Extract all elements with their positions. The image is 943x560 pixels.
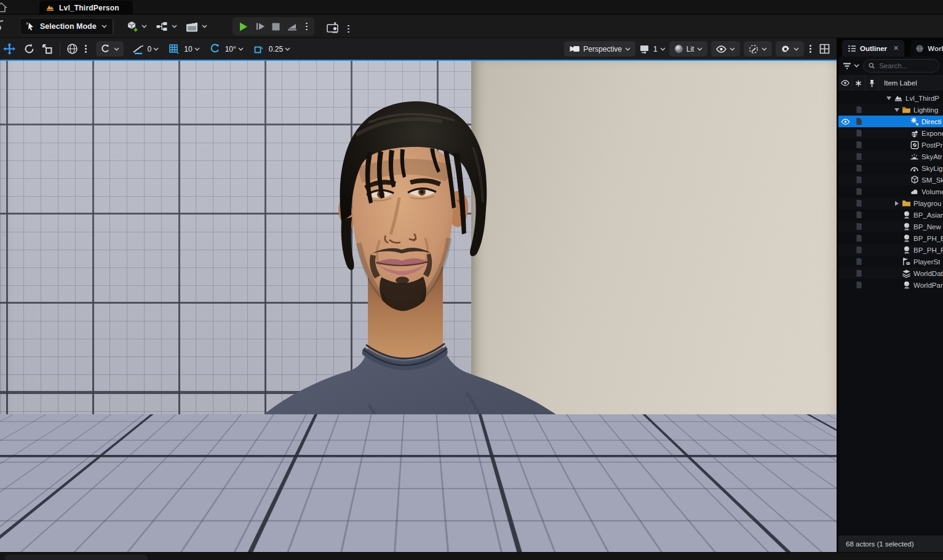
eye-icon — [716, 45, 726, 53]
platforms-button[interactable] — [324, 19, 343, 36]
perspective-label: Perspective — [583, 45, 622, 53]
outliner-row-label[interactable]: PlayerSt — [912, 258, 940, 266]
outliner-row-label[interactable]: BP_New — [912, 223, 941, 231]
main-toolbar: Selection Mode — [0, 15, 943, 38]
outliner-row-label[interactable]: PostPr — [920, 141, 943, 149]
search-input[interactable] — [878, 61, 934, 70]
viewport-column: 0 10 10° 0.25 Perspective — [0, 38, 837, 552]
filter-dropdown[interactable] — [842, 62, 859, 70]
gizmo-cycle-dropdown[interactable] — [96, 41, 124, 57]
outliner-row[interactable]: Lighting — [838, 104, 943, 116]
outliner-row[interactable]: PostPr — [838, 139, 943, 151]
scale-snap-icon[interactable] — [252, 42, 266, 57]
folder-closed-icon — [901, 199, 912, 207]
camera-icon — [569, 45, 580, 53]
pin-column-icon[interactable] — [865, 75, 879, 91]
blueprints-dropdown[interactable] — [153, 18, 180, 35]
play-button[interactable] — [237, 21, 249, 33]
rotation-snap-value[interactable]: 10° — [225, 45, 236, 53]
outliner-row-label[interactable]: BP_PH_B — [912, 235, 943, 242]
outliner-row-label[interactable]: Lighting — [912, 106, 938, 114]
outliner-row-label[interactable]: SkyLig — [920, 165, 943, 172]
scale-snap-value[interactable]: 0.25 — [269, 45, 283, 53]
perspective-dropdown[interactable]: Perspective — [564, 41, 635, 57]
selection-mode-dropdown[interactable]: Selection Mode — [20, 18, 114, 35]
outliner-row[interactable]: WorldPar — [838, 279, 943, 291]
outliner-row-label[interactable]: SkyAtr — [920, 153, 942, 160]
outliner-row-label[interactable]: BP_PH_F — [912, 246, 943, 254]
outliner-row-label[interactable]: SM_Sk — [920, 176, 943, 184]
view-mode-dropdown[interactable]: Lit — [669, 41, 708, 57]
search-box[interactable] — [863, 59, 939, 73]
outliner-row[interactable]: BP_Asian — [838, 209, 943, 221]
world-coordinate-button[interactable] — [65, 42, 79, 57]
eject-button[interactable] — [286, 21, 298, 32]
row-visibility-eye-icon[interactable] — [838, 119, 852, 125]
transform-kebab[interactable] — [83, 45, 89, 53]
outliner-row-label[interactable]: Lvl_ThirdP — [904, 95, 939, 102]
outliner-row[interactable]: Expone — [838, 127, 943, 139]
outliner-row-label[interactable]: Expone — [920, 130, 943, 137]
outliner-row-label[interactable]: WorldPar — [912, 282, 943, 289]
outliner-row[interactable]: SkyAtr — [838, 151, 943, 162]
outliner-row[interactable]: SkyLig — [838, 162, 943, 174]
tab-world-settings[interactable]: Worl — [910, 40, 943, 57]
play-options-kebab[interactable] — [304, 23, 309, 31]
toolbar-separator — [113, 20, 113, 33]
row-page-icon — [852, 164, 865, 172]
surface-snap-icon[interactable] — [131, 42, 146, 57]
camera-speed-icon — [639, 44, 651, 54]
row-page-icon — [852, 176, 865, 184]
preview-mode-dropdown[interactable] — [744, 41, 772, 57]
row-expander-arrow[interactable] — [893, 108, 901, 112]
cinematics-dropdown[interactable] — [183, 18, 210, 35]
item-label-header[interactable]: Item Label — [879, 79, 917, 87]
outliner-row[interactable]: PlayerSt — [838, 256, 943, 267]
frame-skip-button[interactable] — [255, 21, 266, 32]
outliner-row[interactable]: Directi — [838, 116, 943, 127]
stop-button[interactable] — [271, 22, 281, 31]
folder-open-icon — [901, 106, 912, 114]
outliner-row[interactable]: BP_New — [838, 221, 943, 232]
world-settings-tab-label: Worl — [928, 45, 943, 52]
camera-speed-dropdown[interactable]: 1 — [639, 44, 666, 54]
star-column-icon[interactable] — [852, 75, 865, 91]
rotate-tool-button[interactable] — [22, 42, 36, 57]
outliner-row-label[interactable]: Volume — [920, 188, 943, 195]
top-tab-bar: Lvl_ThirdPerson — [0, 0, 943, 15]
rotation-snap-icon[interactable] — [208, 42, 223, 57]
outliner-row-label[interactable]: Playgrou — [912, 200, 941, 207]
add-actor-dropdown[interactable] — [123, 18, 149, 35]
level-tab-label: Lvl_ThirdPerson — [59, 4, 119, 12]
translate-tool-button[interactable] — [2, 42, 17, 57]
row-expander-arrow[interactable] — [885, 97, 893, 100]
tab-outliner[interactable]: Outliner ✕ — [842, 40, 904, 57]
outliner-row-label[interactable]: WorldDat — [912, 270, 943, 277]
outliner-row[interactable]: Volume — [838, 186, 943, 197]
scale-tool-button[interactable] — [39, 42, 54, 57]
surface-snap-value[interactable]: 0 — [148, 45, 152, 53]
content-drawer-button[interactable] — [5, 554, 148, 560]
outliner-row[interactable]: BP_PH_F — [838, 244, 943, 256]
quad-view-button[interactable] — [817, 42, 832, 57]
outliner-row[interactable]: BP_PH_B — [838, 232, 943, 244]
home-icon[interactable] — [0, 2, 7, 13]
platforms-kebab[interactable] — [343, 20, 354, 37]
viewport-settings-dropdown[interactable] — [776, 41, 804, 57]
outliner-row[interactable]: WorldDat — [838, 267, 943, 279]
grid-snap-value[interactable]: 10 — [184, 45, 192, 53]
outliner-row[interactable]: SM_Sk — [838, 174, 943, 186]
outliner-row-label[interactable]: Directi — [920, 118, 942, 125]
show-flags-dropdown[interactable] — [711, 41, 740, 57]
visibility-column-icon[interactable] — [838, 75, 852, 91]
grid-snap-icon[interactable] — [167, 42, 181, 57]
level-tab[interactable]: Lvl_ThirdPerson — [39, 1, 133, 15]
outliner-row[interactable]: Lvl_ThirdP — [838, 92, 943, 104]
outliner-row[interactable]: Playgrou — [838, 197, 943, 209]
row-expander-arrow[interactable] — [893, 201, 901, 206]
outliner-row-label[interactable]: BP_Asian — [912, 211, 943, 219]
vptb-separator — [60, 43, 60, 55]
viewport-kebab[interactable] — [808, 45, 813, 53]
viewport-3d[interactable]: X — [0, 60, 837, 552]
close-icon[interactable]: ✕ — [891, 44, 899, 52]
